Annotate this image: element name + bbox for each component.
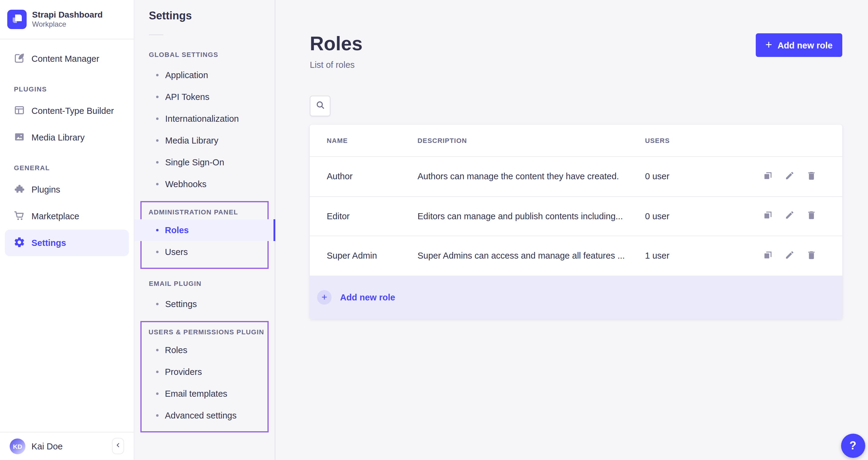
delete-role-button[interactable] (806, 210, 817, 223)
table-row-editor[interactable]: Editor Editors can manage and publish co… (310, 196, 842, 236)
subnav-item-single-sign-on[interactable]: Single Sign-On (134, 151, 275, 173)
trash-icon (806, 250, 817, 262)
sidebar-item-label: Content-Type Builder (31, 106, 114, 116)
sidebar-item-label: Media Library (31, 133, 85, 142)
role-description: Editors can manage and publish contents … (417, 211, 645, 221)
bullet-icon (156, 183, 158, 185)
subnav-item-webhooks[interactable]: Webhooks (134, 173, 275, 195)
subnav-item-media-library[interactable]: Media Library (134, 130, 275, 151)
search-icon (315, 100, 325, 112)
collapse-sidebar-button[interactable] (112, 438, 124, 454)
subnav-section-email-plugin: EMAIL PLUGIN (134, 279, 275, 288)
sidebar-item-label: Plugins (31, 185, 60, 194)
workspace-label: Workplace (32, 20, 102, 29)
puzzle-icon (13, 182, 25, 197)
bullet-icon (156, 393, 158, 395)
subnav-section-administration-panel: ADMINISTRATION PANEL (134, 207, 275, 217)
bullet-icon (156, 161, 158, 164)
edit-role-button[interactable] (784, 250, 795, 262)
role-name: Editor (327, 211, 417, 221)
subnav-section-global-settings: GLOBAL SETTINGS (134, 50, 275, 59)
cart-icon (13, 209, 25, 223)
help-button[interactable]: ? (841, 433, 865, 458)
subnav-item-api-tokens[interactable]: API Tokens (134, 86, 275, 108)
brand-block[interactable]: Strapi Dashboard Workplace (0, 0, 134, 39)
subnav-item-up-providers[interactable]: Providers (134, 361, 275, 383)
sidebar-section-plugins: PLUGINS (0, 81, 134, 97)
edit-role-button[interactable] (784, 210, 795, 223)
subnav-item-admin-roles[interactable]: Roles (134, 219, 275, 241)
subnav-item-up-email-templates[interactable]: Email templates (134, 383, 275, 405)
strapi-dashboard: Strapi Dashboard Workplace Content Manag… (0, 0, 868, 460)
duplicate-role-button[interactable] (763, 250, 773, 262)
strapi-logo-icon (7, 10, 27, 29)
sidebar-section-general: GENERAL (0, 159, 134, 176)
bullet-icon (156, 303, 158, 305)
trash-icon (806, 170, 817, 183)
subnav-item-email-settings[interactable]: Settings (134, 293, 275, 315)
media-library-icon (13, 131, 25, 144)
add-new-role-button[interactable]: + Add new role (756, 33, 842, 57)
bullet-icon (156, 229, 158, 231)
search-button[interactable] (310, 96, 330, 116)
edit-role-button[interactable] (784, 170, 795, 183)
sidebar-item-marketplace[interactable]: Marketplace (5, 203, 129, 230)
bullet-icon (156, 414, 158, 417)
page-header: Roles List of roles + Add new role (310, 33, 842, 70)
app-title: Strapi Dashboard (32, 10, 102, 20)
chevron-left-icon (114, 441, 122, 451)
pencil-icon (784, 170, 795, 183)
content-manager-icon (13, 52, 25, 66)
content-type-builder-icon (13, 104, 25, 118)
bullet-icon (156, 371, 158, 373)
subnav-title: Settings (134, 10, 275, 22)
bullet-icon (156, 251, 158, 253)
roles-table: NAME DESCRIPTION USERS Author Authors ca… (310, 125, 842, 319)
sidebar-item-content-type-builder[interactable]: Content-Type Builder (5, 97, 129, 124)
sidebar-nav: Content Manager PLUGINS Content-Type Bui… (0, 39, 134, 256)
delete-role-button[interactable] (806, 250, 817, 262)
page-title: Roles (310, 33, 363, 55)
sidebar-item-plugins[interactable]: Plugins (5, 176, 129, 203)
annotation-box-administration-panel: ADMINISTRATION PANEL Roles Users (141, 201, 269, 269)
column-header-name: NAME (327, 137, 417, 144)
sidebar-item-label: Content Manager (31, 54, 99, 64)
table-add-new-role-row[interactable]: + Add new role (310, 275, 842, 319)
bullet-icon (156, 96, 158, 98)
sidebar-item-label: Marketplace (31, 211, 79, 221)
subnav-item-up-roles[interactable]: Roles (134, 339, 275, 361)
duplicate-icon (763, 210, 773, 223)
subnav-item-admin-users[interactable]: Users (134, 241, 275, 263)
sidebar-item-label: Settings (31, 238, 66, 248)
column-header-description: DESCRIPTION (417, 137, 645, 144)
table-row-super-admin[interactable]: Super Admin Super Admins can access and … (310, 236, 842, 275)
annotation-box-users-permissions-plugin: USERS & PERMISSIONS PLUGIN Roles Provide… (141, 321, 269, 432)
bullet-icon (156, 139, 158, 142)
bullet-icon (156, 117, 158, 120)
divider (149, 34, 163, 35)
role-users-count: 1 user (645, 251, 747, 261)
sidebar-item-media-library[interactable]: Media Library (5, 124, 129, 151)
main-sidebar: Strapi Dashboard Workplace Content Manag… (0, 0, 134, 460)
table-header-row: NAME DESCRIPTION USERS (310, 125, 842, 156)
delete-role-button[interactable] (806, 170, 817, 183)
duplicate-icon (763, 170, 773, 183)
duplicate-icon (763, 250, 773, 262)
subnav-item-up-advanced-settings[interactable]: Advanced settings (134, 405, 275, 426)
plus-icon: + (766, 39, 772, 50)
duplicate-role-button[interactable] (763, 210, 773, 223)
user-name: Kai Doe (31, 441, 63, 451)
sidebar-item-settings[interactable]: Settings (5, 230, 129, 256)
subnav-item-internationalization[interactable]: Internationalization (134, 108, 275, 130)
pencil-icon (784, 210, 795, 223)
column-header-users: USERS (645, 137, 747, 144)
role-users-count: 0 user (645, 172, 747, 181)
role-description: Super Admins can access and manage all f… (417, 251, 645, 261)
sidebar-footer: KD Kai Doe (0, 432, 134, 460)
role-description: Authors can manage the content they have… (417, 172, 645, 181)
table-row-author[interactable]: Author Authors can manage the content th… (310, 156, 842, 196)
plus-circle-icon: + (317, 290, 332, 304)
sidebar-item-content-manager[interactable]: Content Manager (5, 46, 129, 72)
subnav-item-application[interactable]: Application (134, 64, 275, 86)
duplicate-role-button[interactable] (763, 170, 773, 183)
